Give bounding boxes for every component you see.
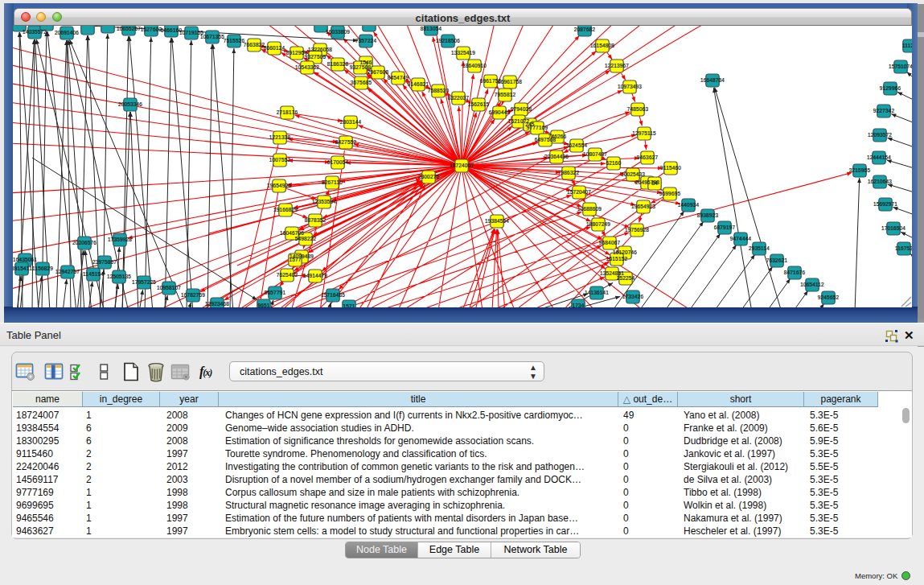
svg-text:10958107: 10958107: [157, 285, 181, 290]
svg-text:9463627: 9463627: [637, 154, 659, 160]
svg-text:12213967: 12213967: [605, 63, 629, 68]
svg-text:9684067: 9684067: [599, 240, 621, 245]
svg-text:15751074: 15751074: [889, 64, 912, 69]
svg-text:6990448: 6990448: [489, 109, 511, 115]
svg-text:10655267: 10655267: [117, 26, 141, 31]
svg-text:2718176: 2718176: [277, 109, 298, 115]
svg-text:3915411: 3915411: [13, 266, 32, 271]
svg-text:19654923: 19654923: [631, 204, 655, 209]
svg-text:12942757: 12942757: [55, 269, 80, 274]
svg-text:3675685: 3675685: [351, 80, 372, 85]
svg-text:2087682: 2087682: [574, 27, 596, 32]
svg-text:19756928: 19756928: [625, 227, 649, 233]
svg-text:23975867: 23975867: [92, 259, 117, 265]
svg-text:2967608: 2967608: [368, 69, 389, 75]
svg-text:20053346: 20053346: [118, 101, 142, 107]
svg-text:6170054: 6170054: [327, 159, 349, 165]
svg-text:3215955: 3215955: [849, 167, 871, 173]
svg-text:252254: 252254: [617, 275, 635, 281]
svg-text:1733426: 1733426: [622, 294, 644, 299]
svg-text:15716485: 15716485: [321, 292, 345, 298]
svg-text:7485063: 7485063: [627, 106, 649, 112]
svg-text:19384554: 19384554: [485, 218, 509, 224]
svg-text:20364436: 20364436: [544, 154, 569, 159]
svg-text:8454749: 8454749: [388, 75, 409, 80]
svg-text:10807487: 10807487: [583, 151, 607, 157]
svg-text:1615152: 1615152: [606, 256, 628, 262]
svg-text:8186328: 8186328: [327, 61, 349, 67]
svg-text:16046706: 16046706: [280, 230, 304, 236]
svg-text:16782759: 16782759: [181, 292, 205, 298]
svg-text:12353594: 12353594: [312, 199, 336, 204]
svg-text:18807249: 18807249: [586, 221, 610, 227]
svg-text:8660124: 8660124: [264, 45, 285, 51]
svg-text:15692971: 15692971: [873, 201, 897, 207]
svg-text:9227342: 9227342: [873, 108, 895, 113]
svg-text:20691406: 20691406: [55, 30, 79, 35]
svg-text:17016504: 17016504: [881, 225, 906, 231]
svg-text:16961758: 16961758: [498, 79, 522, 84]
svg-text:10543362: 10543362: [295, 64, 319, 70]
svg-text:20206576: 20206576: [72, 240, 97, 245]
svg-text:8471676: 8471676: [784, 270, 806, 275]
svg-text:9245652: 9245652: [818, 295, 840, 300]
svg-text:8322037: 8322037: [448, 95, 470, 101]
svg-text:15720407: 15720407: [567, 189, 591, 195]
svg-text:10120746: 10120746: [613, 249, 637, 255]
svg-text:17957225: 17957225: [132, 279, 156, 285]
svg-text:13226058: 13226058: [308, 47, 332, 52]
svg-text:1007552: 1007552: [269, 157, 291, 163]
svg-text:1221338: 1221338: [269, 134, 291, 140]
svg-text:18724007: 18724007: [450, 163, 474, 168]
svg-text:12093572: 12093572: [868, 132, 892, 138]
svg-text:10671355: 10671355: [200, 34, 224, 39]
svg-text:2803144: 2803144: [340, 119, 362, 125]
svg-text:19654925: 19654925: [267, 183, 291, 188]
svg-text:1156829: 1156829: [32, 266, 53, 271]
svg-text:6879197: 6879197: [714, 225, 736, 230]
svg-text:3624554: 3624554: [566, 142, 588, 148]
svg-text:6497568: 6497568: [535, 137, 556, 142]
svg-text:12505135: 12505135: [107, 274, 131, 279]
svg-text:2300275: 2300275: [418, 174, 440, 179]
svg-text:13325419: 13325419: [451, 50, 475, 56]
svg-text:7588520: 7588520: [428, 88, 450, 93]
svg-text:9657791: 9657791: [265, 290, 286, 295]
svg-text:9129966: 9129966: [880, 85, 901, 91]
svg-text:19166829: 19166829: [273, 207, 298, 212]
svg-text:8938923: 8938923: [697, 212, 719, 218]
svg-text:62160: 62160: [606, 160, 622, 166]
svg-text:9651: 9651: [257, 303, 269, 307]
svg-text:14136141: 14136141: [585, 290, 609, 295]
svg-text:9474444: 9474444: [730, 236, 752, 241]
svg-text:9115460: 9115460: [660, 165, 681, 171]
svg-text:1571: 1571: [343, 303, 355, 307]
svg-text:10654112: 10654112: [800, 282, 824, 287]
svg-text:10973493: 10973493: [618, 84, 642, 89]
svg-text:9327505: 9327505: [305, 54, 326, 60]
svg-text:5498222: 5498222: [295, 236, 317, 241]
svg-text:12444154: 12444154: [867, 154, 891, 160]
svg-text:9777169: 9777169: [527, 125, 548, 130]
svg-text:14914479: 14914479: [303, 273, 327, 278]
svg-text:17359928: 17359928: [108, 237, 132, 242]
svg-text:11122: 11122: [902, 43, 912, 48]
svg-text:7515526: 7515526: [224, 38, 245, 43]
svg-text:19218506: 19218506: [436, 38, 460, 43]
svg-text:1577: 1577: [289, 257, 301, 262]
svg-text:12923468: 12923468: [205, 301, 229, 307]
svg-text:7357224: 7357224: [355, 38, 377, 43]
svg-text:9699695: 9699695: [659, 191, 681, 196]
svg-text:12975115: 12975115: [632, 130, 656, 136]
svg-text:2935114: 2935114: [749, 245, 770, 251]
svg-text:14035572: 14035572: [23, 29, 47, 35]
svg-text:8813054: 8813054: [421, 26, 442, 31]
svg-text:8427552: 8427552: [335, 139, 357, 145]
svg-text:18640910: 18640910: [462, 63, 487, 68]
svg-text:1734: 1734: [572, 303, 584, 307]
svg-text:16154808: 16154808: [590, 43, 614, 48]
svg-text:116753: 116753: [895, 245, 912, 251]
svg-text:7955812: 7955812: [495, 92, 516, 97]
svg-text:10025433: 10025433: [621, 171, 645, 177]
svg-text:6794028: 6794028: [511, 106, 532, 112]
